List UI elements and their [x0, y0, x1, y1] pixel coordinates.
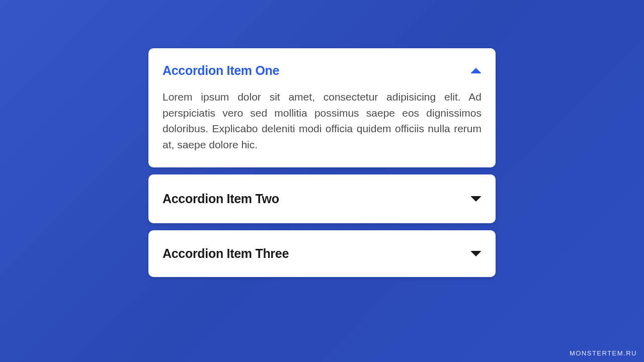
caret-down-icon	[470, 196, 481, 202]
caret-down-icon	[470, 251, 481, 256]
accordion-content: Lorem ipsum dolor sit amet, consectetur …	[163, 89, 481, 152]
accordion-title: Accordion Item Three	[163, 246, 289, 261]
accordion-container: Accordion Item One Lorem ipsum dolor sit…	[148, 0, 496, 277]
accordion-item-one: Accordion Item One Lorem ipsum dolor sit…	[148, 48, 496, 167]
accordion-title: Accordion Item One	[163, 63, 279, 78]
accordion-item-two: Accordion Item Two	[148, 174, 496, 223]
accordion-header-three[interactable]: Accordion Item Three	[163, 246, 481, 261]
watermark-text: MONSTERTEM.RU	[570, 349, 637, 357]
accordion-header-one[interactable]: Accordion Item One	[163, 63, 481, 78]
accordion-item-three: Accordion Item Three	[148, 230, 496, 277]
accordion-title: Accordion Item Two	[163, 192, 279, 206]
caret-up-icon	[470, 68, 481, 73]
accordion-header-two[interactable]: Accordion Item Two	[163, 192, 481, 206]
